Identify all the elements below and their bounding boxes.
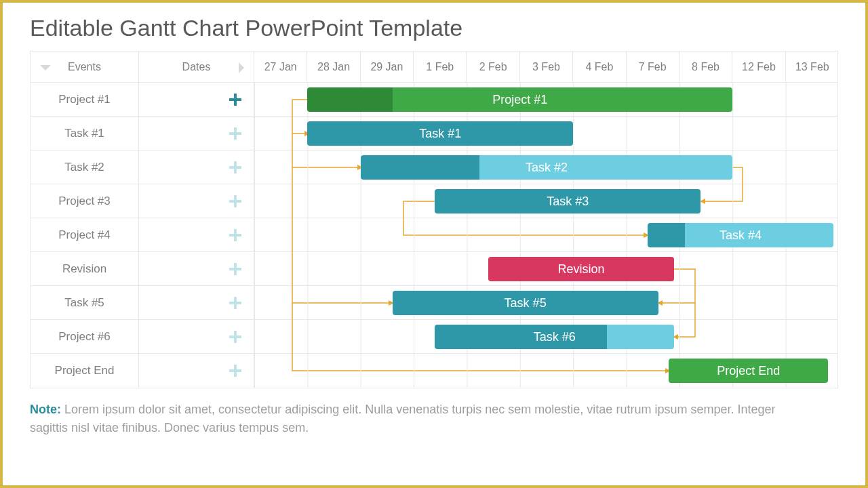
gantt-bar-progress — [435, 325, 607, 349]
row-expand-cell — [139, 354, 254, 388]
gantt-bar[interactable]: Task #3 — [435, 189, 701, 214]
gantt-row: Task #2Task #2 — [31, 150, 837, 184]
gantt-bar[interactable]: Task #4 — [648, 223, 833, 247]
row-expand-cell — [139, 83, 254, 116]
gantt-bar[interactable]: Task #5 — [393, 291, 658, 315]
gantt-row: Project #6Task #6 — [31, 320, 837, 354]
gantt-bar[interactable]: Task #1 — [307, 121, 573, 146]
gantt-bar-progress — [648, 223, 685, 247]
header-events-label: Events — [68, 61, 101, 73]
row-timeline: Task #5 — [254, 286, 839, 319]
row-label: Project #3 — [31, 184, 139, 218]
gantt-bar[interactable]: Task #6 — [435, 325, 674, 349]
timeline-col: 13 Feb — [786, 52, 839, 82]
gantt-bar-label: Project #1 — [492, 93, 547, 107]
plus-icon[interactable] — [229, 263, 241, 275]
row-expand-cell — [139, 218, 254, 251]
gantt-bar-label: Task #3 — [547, 195, 589, 209]
gantt-row: RevisionRevision — [31, 252, 837, 286]
gantt-bar[interactable]: Project End — [669, 359, 828, 383]
row-expand-cell — [139, 252, 254, 285]
footnote: Note: Lorem ipsum dolor sit amet, consec… — [30, 401, 776, 437]
timeline-col: 28 Jan — [307, 52, 360, 82]
row-timeline: Task #3 — [254, 184, 839, 218]
row-timeline: Task #1 — [254, 117, 839, 150]
row-timeline: Task #2 — [254, 150, 839, 184]
gantt-bar-label: Project End — [717, 364, 780, 378]
row-expand-cell — [139, 320, 254, 353]
gantt-body: Project #1Project #1Task #1Task #1Task #… — [31, 83, 837, 388]
gantt-header-row: Events Dates 27 Jan 28 Jan 29 Jan 1 Feb … — [31, 52, 837, 83]
row-label: Task #1 — [31, 117, 139, 150]
gantt-bar-label: Revision — [557, 262, 604, 277]
gantt-bar-label: Task #1 — [419, 127, 461, 141]
plus-icon[interactable] — [229, 365, 241, 377]
gantt-bar-label: Task #4 — [719, 228, 762, 243]
row-expand-cell — [139, 286, 254, 319]
plus-icon[interactable] — [229, 127, 241, 140]
row-timeline: Task #4 — [254, 218, 839, 251]
gantt-row: Task #5Task #5 — [31, 286, 837, 320]
gantt-bar-label: Task #6 — [534, 330, 576, 344]
timeline-col: 27 Jan — [254, 52, 307, 82]
slide-frame: Editable Gantt Chart PowerPoint Template… — [0, 0, 868, 488]
row-label: Task #2 — [31, 150, 139, 184]
plus-icon[interactable] — [229, 161, 241, 174]
row-expand-cell — [139, 117, 254, 150]
header-dates: Dates — [139, 52, 254, 82]
row-timeline: Revision — [254, 252, 839, 285]
gantt-row: Project #1Project #1 — [31, 83, 837, 117]
footnote-label: Note: — [30, 403, 61, 416]
row-label: Project End — [31, 354, 139, 388]
plus-icon[interactable] — [229, 94, 241, 106]
row-expand-cell — [139, 150, 254, 184]
footnote-text: Lorem ipsum dolor sit amet, consectetur … — [30, 403, 775, 434]
row-label: Task #5 — [31, 286, 139, 319]
header-events: Events — [31, 52, 139, 82]
page-title: Editable Gantt Chart PowerPoint Template — [30, 15, 838, 41]
gantt-row: Project #4Task #4 — [31, 218, 837, 252]
gantt-row: Task #1Task #1 — [31, 117, 837, 150]
chevron-right-icon[interactable] — [239, 62, 244, 73]
gantt-bar-label: Task #5 — [505, 296, 547, 310]
row-label: Project #4 — [31, 218, 139, 251]
timeline-col: 8 Feb — [679, 52, 732, 82]
chevron-down-icon[interactable] — [40, 65, 51, 70]
gantt-bar[interactable]: Project #1 — [307, 87, 732, 112]
row-timeline: Task #6 — [254, 320, 839, 353]
gantt-row: Project EndProject End — [31, 354, 837, 388]
timeline-col: 2 Feb — [467, 52, 519, 82]
row-expand-cell — [139, 184, 254, 218]
row-label: Revision — [31, 252, 139, 285]
plus-icon[interactable] — [229, 297, 241, 309]
gantt-chart: Events Dates 27 Jan 28 Jan 29 Jan 1 Feb … — [30, 51, 838, 388]
gantt-bar-progress — [361, 155, 480, 180]
gantt-bar[interactable]: Task #2 — [361, 155, 733, 180]
row-timeline: Project #1 — [254, 83, 839, 116]
row-label: Project #1 — [31, 83, 139, 116]
timeline-col: 12 Feb — [732, 52, 785, 82]
gantt-bar-label: Task #2 — [526, 161, 568, 175]
row-timeline: Project End — [254, 354, 839, 388]
plus-icon[interactable] — [229, 229, 241, 241]
timeline-col: 29 Jan — [361, 52, 414, 82]
timeline-col: 7 Feb — [627, 52, 679, 82]
plus-icon[interactable] — [229, 195, 241, 207]
gantt-row: Project #3Task #3 — [31, 184, 837, 218]
header-dates-label: Dates — [182, 61, 211, 73]
timeline-col: 3 Feb — [520, 52, 573, 82]
gantt-bar[interactable]: Revision — [488, 257, 674, 281]
timeline-col: 1 Feb — [414, 52, 467, 82]
plus-icon[interactable] — [229, 331, 241, 343]
row-label: Project #6 — [31, 320, 139, 353]
timeline-col: 4 Feb — [573, 52, 626, 82]
gantt-bar-progress — [307, 87, 392, 112]
